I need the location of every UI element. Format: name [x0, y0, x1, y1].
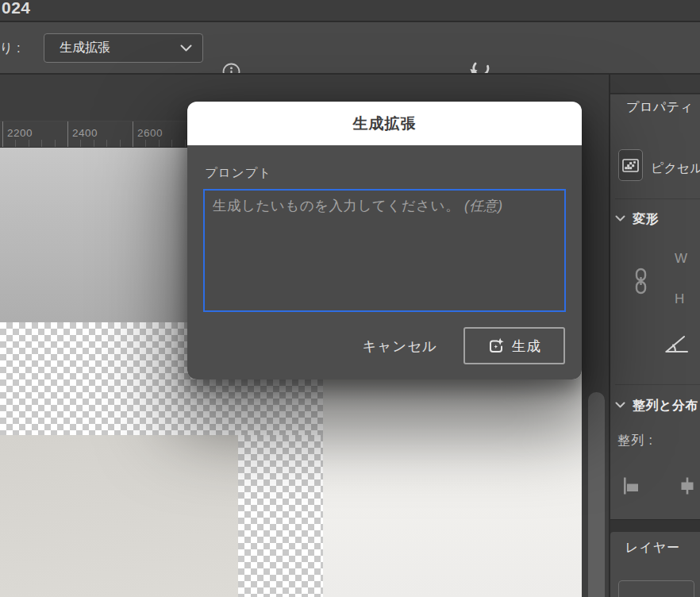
align-section-header[interactable]: 整列と分布 — [610, 398, 700, 415]
generative-expand-dialog: 生成拡張 プロンプト 生成したいものを入力してください。(任意) キャンセル 生… — [187, 102, 582, 379]
align-horizontal-centers-icon[interactable] — [678, 476, 697, 495]
image-area-bottom-left — [0, 435, 238, 597]
cancel-button[interactable]: キャンセル — [362, 337, 437, 356]
transform-section-header[interactable]: 変形 — [610, 211, 700, 229]
fill-mode-selected-value: 生成拡張 — [60, 40, 180, 56]
align-left-edges-icon[interactable] — [621, 476, 640, 495]
ruler-major-tick — [2, 121, 3, 147]
photoshop-window: 024 塗り : 生成拡張 — [0, 0, 700, 597]
layers-filter-field[interactable] — [618, 580, 694, 597]
document-tab-title[interactable]: 024 — [2, 0, 31, 17]
dialog-title: 生成拡張 — [353, 114, 417, 134]
document-tab-bar: 024 — [0, 0, 700, 21]
layers-panel: レイヤー — [610, 532, 700, 597]
ruler-label: 2400 — [72, 127, 98, 139]
generate-button-label: 生成 — [512, 337, 541, 356]
generative-sparkle-icon — [487, 337, 505, 355]
fill-mode-dropdown[interactable]: 生成拡張 — [44, 33, 203, 63]
properties-panel: プロパティ ピクセルレイヤー — [610, 94, 700, 519]
chevron-down-icon — [615, 402, 625, 408]
dialog-actions: キャンセル 生成 — [362, 327, 565, 364]
ruler-label: 2600 — [137, 127, 163, 139]
section-divider — [615, 198, 700, 199]
chevron-down-icon — [615, 215, 625, 221]
align-section-title: 整列と分布 — [633, 398, 698, 414]
layer-type-label: ピクセルレイヤー — [651, 160, 700, 177]
prompt-placeholder-optional: (任意) — [464, 198, 503, 214]
link-constrain-icon[interactable] — [633, 268, 648, 295]
tab-layers[interactable]: レイヤー — [625, 540, 680, 557]
right-panel: プロパティ ピクセルレイヤー — [610, 75, 700, 597]
ruler-major-tick — [67, 121, 68, 147]
panel-tab-strip — [610, 75, 700, 94]
ruler-label: 2200 — [7, 127, 33, 139]
ruler-major-tick — [133, 121, 133, 147]
dialog-header: 生成拡張 — [187, 102, 582, 145]
tab-properties[interactable]: プロパティ — [626, 99, 693, 116]
section-divider — [615, 384, 700, 385]
prompt-placeholder: 生成したいものを入力してください。 — [213, 198, 460, 214]
dialog-body: プロンプト 生成したいものを入力してください。(任意) キャンセル 生成 — [187, 145, 582, 379]
rotate-angle-icon — [664, 333, 689, 354]
generate-button[interactable]: 生成 — [463, 327, 565, 364]
options-bar: 塗り : 生成拡張 — [0, 22, 700, 73]
height-label: H — [675, 291, 684, 307]
fill-label: 塗り : — [0, 40, 21, 57]
pixel-layer-thumbnail-icon[interactable] — [618, 149, 643, 181]
prompt-label: プロンプト — [205, 165, 271, 182]
panel-group-gap — [610, 519, 700, 532]
chevron-down-icon — [180, 44, 192, 52]
transform-section-title: 変形 — [633, 211, 659, 228]
vertical-scrollbar-thumb[interactable] — [588, 392, 605, 597]
align-row-label: 整列 : — [617, 433, 653, 449]
prompt-input[interactable]: 生成したいものを入力してください。(任意) — [203, 189, 566, 312]
transparent-region-column — [238, 435, 323, 597]
width-label: W — [675, 251, 687, 267]
